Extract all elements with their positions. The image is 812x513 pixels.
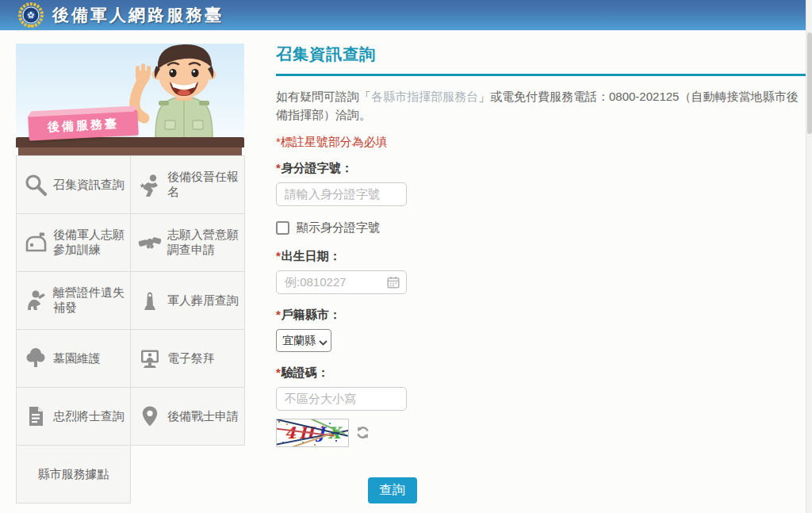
map-pin-icon <box>138 404 162 428</box>
info-text-prefix: 如有疑問可諮詢「 <box>276 90 371 103</box>
service-desk-illustration: 後備服務臺 <box>16 44 244 155</box>
show-id-label: 顯示身分證字號 <box>297 220 380 235</box>
sidebar-menu: 召集資訊查詢 後備役晉任報名 後備軍人志願參加訓練 <box>16 155 244 503</box>
required-asterisk: * <box>276 366 281 379</box>
county-label: *戶籍縣市： <box>276 308 806 323</box>
sidebar: 後備服務臺 召集資訊查詢 後備役晉任報名 <box>16 44 244 503</box>
sidebar-item-label: 墓園維護 <box>53 351 101 366</box>
monument-icon <box>138 289 162 312</box>
show-id-row: 顯示身分證字號 <box>276 220 806 235</box>
sidebar-item-label: 後備軍人志願參加訓練 <box>53 228 125 258</box>
sidebar-item-cemetery-maintenance[interactable]: 墓園維護 <box>17 330 131 388</box>
search-icon <box>24 173 48 197</box>
county-label-text: 戶籍縣市： <box>282 308 341 321</box>
desk-front-illustration <box>18 147 242 155</box>
sidebar-item-volunteer-training[interactable]: 後備軍人志願參加訓練 <box>17 214 131 272</box>
title-divider <box>276 74 806 76</box>
birth-date-field <box>276 270 407 294</box>
show-id-checkbox[interactable] <box>276 221 289 235</box>
captcha-row: 4 H J X <box>276 419 806 447</box>
sidebar-item-promotion-registration[interactable]: 後備役晉任報名 <box>131 156 245 214</box>
id-number-input[interactable] <box>276 182 407 206</box>
emblem-logo-icon <box>17 2 44 29</box>
refresh-captcha-icon[interactable] <box>356 426 370 439</box>
sidebar-item-reserve-warrior-application[interactable]: 後備戰士申請 <box>131 388 245 446</box>
main-content: 召集資訊查詢 如有疑問可諮詢「各縣市指揮部服務台」或電免付費服務電話：0800-… <box>276 44 806 503</box>
captcha-image: 4 H J X <box>276 419 349 447</box>
sidebar-item-label: 志願入營意願調查申請 <box>167 228 239 258</box>
vertical-scrollbar[interactable] <box>806 0 812 513</box>
sidebar-item-label: 離營證件遺失補發 <box>53 285 125 316</box>
sidebar-item-martyr-inquiry[interactable]: 忠烈將士查詢 <box>17 388 131 446</box>
document-icon <box>24 404 48 428</box>
captcha-label-text: 驗證碼： <box>282 366 329 379</box>
promotion-person-icon <box>138 173 162 197</box>
captcha-label: *驗證碼： <box>276 366 806 381</box>
required-fields-note: *標註星號部分為必填 <box>276 135 806 150</box>
county-select[interactable]: 宜蘭縣 <box>276 329 331 352</box>
calendar-icon[interactable] <box>387 276 400 292</box>
salute-person-icon <box>24 289 48 312</box>
info-text: 如有疑問可諮詢「各縣市指揮部服務台」或電免付費服務電話：0800-202125（… <box>276 87 806 124</box>
sidebar-item-label: 忠烈將士查詢 <box>53 409 124 424</box>
sidebar-item-call-up-inquiry[interactable]: 召集資訊查詢 <box>17 156 131 214</box>
sidebar-item-label: 後備戰士申請 <box>167 409 239 424</box>
mailbox-icon <box>24 231 48 255</box>
sidebar-item-military-burial-inquiry[interactable]: 軍人葬厝查詢 <box>131 272 245 330</box>
birth-date-label-text: 出生日期： <box>282 249 341 262</box>
service-desk-sign-label: 後備服務臺 <box>48 116 120 135</box>
id-number-label-text: 身分證字號： <box>282 161 353 174</box>
sidebar-item-label: 後備役晉任報名 <box>167 170 239 200</box>
sidebar-item-lost-certificate-reissue[interactable]: 離營證件遺失補發 <box>17 272 131 330</box>
birth-date-label: *出生日期： <box>276 249 806 264</box>
required-asterisk: * <box>276 308 281 321</box>
page-title: 召集資訊查詢 <box>276 44 806 65</box>
required-asterisk: * <box>276 161 281 174</box>
memorial-screen-icon <box>138 346 162 370</box>
sidebar-item-label: 電子祭拜 <box>167 351 215 366</box>
sidebar-item-enlistment-survey[interactable]: 志願入營意願調查申請 <box>131 214 245 272</box>
sidebar-item-electronic-worship[interactable]: 電子祭拜 <box>131 330 245 388</box>
app-title: 後備軍人網路服務臺 <box>52 4 224 26</box>
captcha-input[interactable] <box>276 387 407 411</box>
query-submit-button[interactable]: 查詢 <box>368 477 417 503</box>
sidebar-item-label: 召集資訊查詢 <box>53 178 124 193</box>
captcha-char: 4 <box>285 423 296 442</box>
scrollbar-thumb[interactable] <box>807 33 812 134</box>
handshake-icon <box>138 231 162 255</box>
tree-icon <box>24 346 48 370</box>
sidebar-item-county-service-locations[interactable]: 縣市服務據點 <box>17 446 131 503</box>
county-select-field: 宜蘭縣 <box>276 329 331 352</box>
id-number-label: *身分證字號： <box>276 161 806 176</box>
sidebar-item-label: 縣市服務據點 <box>38 467 109 482</box>
required-asterisk: * <box>276 249 281 262</box>
county-command-service-link[interactable]: 各縣市指揮部服務台 <box>371 90 478 103</box>
sidebar-item-label: 軍人葬厝查詢 <box>167 293 239 308</box>
app-header: 後備軍人網路服務臺 <box>0 0 806 31</box>
